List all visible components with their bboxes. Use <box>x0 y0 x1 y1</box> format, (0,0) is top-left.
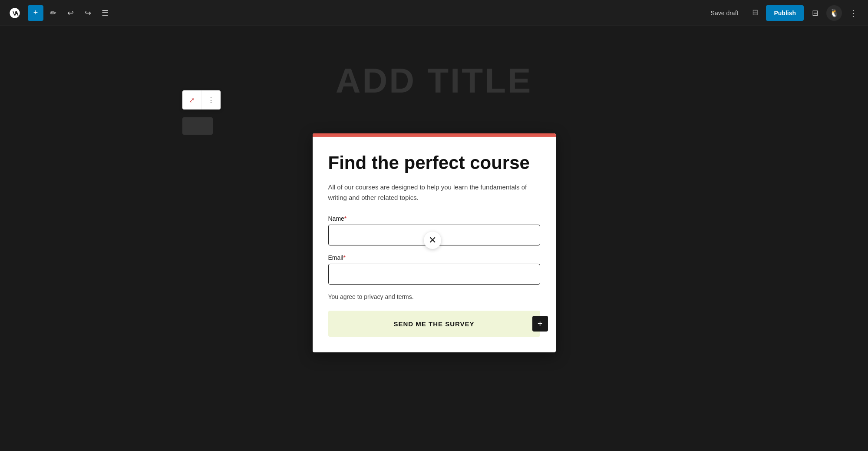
block-more-button[interactable]: ⋮ <box>201 90 221 109</box>
publish-button[interactable]: Publish <box>766 5 804 21</box>
list-view-icon: ☰ <box>102 8 109 18</box>
ellipsis-icon: ⋮ <box>849 8 858 18</box>
add-block-button[interactable]: + <box>28 5 43 21</box>
topbar: + ✏ ↩ ↪ ☰ Save draft 🖥 Publish ⊟ 🐧 ⋮ <box>0 0 868 26</box>
undo-button[interactable]: ↩ <box>63 5 78 21</box>
sidebar-toggle-button[interactable]: ⊟ <box>807 5 823 21</box>
submit-button[interactable]: SEND ME THE SURVEY <box>328 311 540 337</box>
edit-mode-button[interactable]: ✏ <box>45 5 61 21</box>
add-below-button[interactable]: + <box>532 316 548 332</box>
main-content: ADD TITLE ⤢ ⋮ ✕ Find the perfect course … <box>0 26 868 451</box>
modal-description: All of our courses are designed to help … <box>328 182 540 203</box>
redo-button[interactable]: ↪ <box>80 5 96 21</box>
block-resize-button[interactable]: ⤢ <box>182 90 201 109</box>
monitor-icon: 🖥 <box>751 8 759 17</box>
avatar-button[interactable]: 🐧 <box>826 5 842 21</box>
close-icon: ✕ <box>429 235 436 246</box>
more-options-button[interactable]: ⋮ <box>845 5 861 21</box>
close-modal-button[interactable]: ✕ <box>424 232 441 249</box>
modal-header-bar <box>313 133 556 137</box>
topbar-right: Save draft 🖥 Publish ⊟ 🐧 ⋮ <box>706 5 861 21</box>
wordpress-icon <box>9 7 21 19</box>
email-required-star: * <box>343 254 346 261</box>
submit-container: SEND ME THE SURVEY + <box>328 311 540 337</box>
three-dots-icon: ⋮ <box>208 96 215 104</box>
plus-icon: + <box>538 319 543 329</box>
undo-icon: ↩ <box>67 8 74 18</box>
block-toolbar: ⤢ ⋮ <box>182 90 221 109</box>
redo-icon: ↪ <box>85 8 91 18</box>
name-required-star: * <box>344 215 347 222</box>
pencil-icon: ✏ <box>50 8 56 18</box>
email-field-group: Email* <box>328 254 540 285</box>
wp-logo <box>7 5 23 21</box>
page-title: ADD TITLE <box>336 61 533 101</box>
save-draft-button[interactable]: Save draft <box>706 6 744 20</box>
email-label: Email* <box>328 254 540 261</box>
resize-icon: ⤢ <box>189 96 195 104</box>
avatar-icon: 🐧 <box>829 8 839 18</box>
dark-block <box>182 117 213 135</box>
list-view-button[interactable]: ☰ <box>97 5 113 21</box>
name-label: Name* <box>328 215 540 222</box>
panel-icon: ⊟ <box>812 8 818 18</box>
add-block-icon: + <box>33 8 38 17</box>
privacy-text: You agree to privacy and terms. <box>328 293 540 300</box>
email-input[interactable] <box>328 264 540 285</box>
modal-title: Find the perfect course <box>328 153 540 173</box>
preview-button[interactable]: 🖥 <box>747 5 762 21</box>
